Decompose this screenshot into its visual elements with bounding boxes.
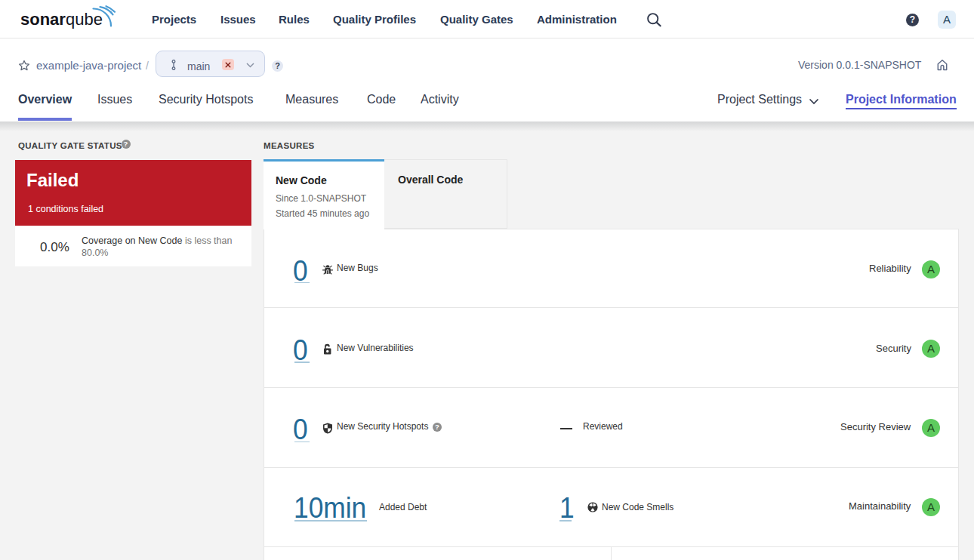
svg-text:sonar: sonar [20,10,66,29]
svg-text:qube: qube [66,10,103,29]
